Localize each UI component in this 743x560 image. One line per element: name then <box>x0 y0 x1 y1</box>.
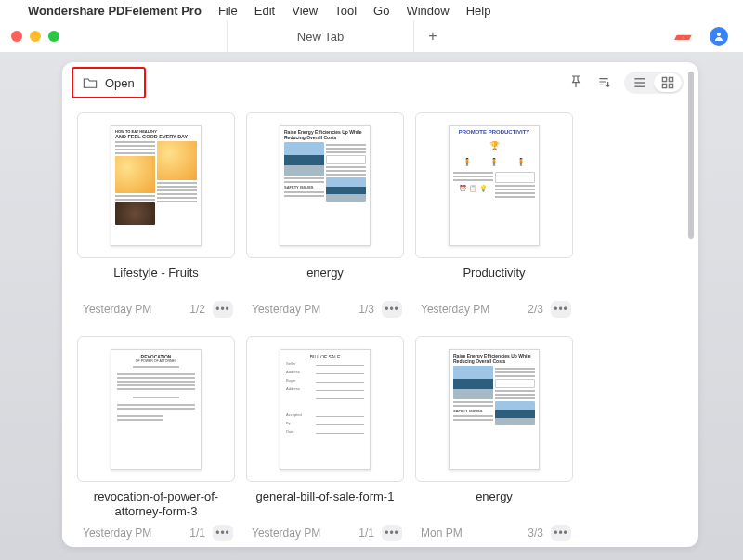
file-pages: 1/3 <box>358 303 374 316</box>
file-thumbnail[interactable]: Raise Energy Efficiencies Up While Reduc… <box>415 336 573 482</box>
file-date: Mon PM <box>421 527 463 540</box>
file-item[interactable]: Raise Energy Efficiencies Up While Reduc… <box>246 112 404 318</box>
minimize-window-icon[interactable] <box>30 31 41 42</box>
app-name[interactable]: Wondershare PDFelement Pro <box>28 4 202 18</box>
file-pages: 1/2 <box>189 303 205 316</box>
svg-rect-3 <box>662 84 666 87</box>
menu-edit[interactable]: Edit <box>254 4 275 18</box>
view-toggle <box>624 72 684 94</box>
svg-point-0 <box>717 33 721 36</box>
file-thumbnail[interactable]: PROMOTE PRODUCTIVITY 🏆 🧍🧍🧍 ⏰ 📋 💡 <box>415 112 573 258</box>
svg-rect-2 <box>669 77 672 81</box>
open-button[interactable]: Open <box>72 67 146 98</box>
file-title: Productivity <box>415 258 573 299</box>
file-item[interactable]: REVOCATION OF POWER OF ATTORNEY revocati… <box>77 336 235 541</box>
file-thumbnail[interactable]: REVOCATION OF POWER OF ATTORNEY <box>77 336 235 482</box>
home-topbar: Open <box>62 62 698 103</box>
menu-file[interactable]: File <box>218 4 238 18</box>
file-thumbnail[interactable]: BILL OF SALE Seller Address Buyer Addres… <box>246 336 404 482</box>
mac-menubar: Wondershare PDFelement Pro File Edit Vie… <box>0 0 743 20</box>
recent-files-grid: HOW TO EAT HEALTHY AND FEEL GOOD EVERY D… <box>62 103 698 556</box>
file-item[interactable]: HOW TO EAT HEALTHY AND FEEL GOOD EVERY D… <box>77 112 235 318</box>
window-titlebar: New Tab + ▰▰ <box>0 20 743 52</box>
tab-label: New Tab <box>297 30 344 44</box>
menu-tool[interactable]: Tool <box>334 4 357 18</box>
file-title: energy <box>246 258 404 299</box>
file-title: energy <box>415 482 573 523</box>
menu-view[interactable]: View <box>292 4 318 18</box>
list-view-button[interactable] <box>626 73 654 92</box>
file-date: Yesterday PM <box>83 303 151 316</box>
zoom-window-icon[interactable] <box>48 31 59 42</box>
menu-go[interactable]: Go <box>373 4 389 18</box>
file-item[interactable]: PROMOTE PRODUCTIVITY 🏆 🧍🧍🧍 ⏰ 📋 💡 Product… <box>415 112 573 318</box>
menu-window[interactable]: Window <box>406 4 449 18</box>
sort-icon[interactable] <box>596 74 611 92</box>
scrollbar[interactable] <box>688 72 694 239</box>
file-pages: 1/1 <box>189 527 205 540</box>
file-pages: 1/1 <box>358 527 374 540</box>
gift-icon[interactable]: ▰▰ <box>674 29 689 44</box>
tab-new[interactable]: New Tab <box>227 20 414 52</box>
close-window-icon[interactable] <box>11 31 22 42</box>
file-date: Yesterday PM <box>83 527 151 540</box>
svg-rect-4 <box>669 84 672 87</box>
more-icon[interactable]: ••• <box>213 525 233 541</box>
file-date: Yesterday PM <box>421 303 489 316</box>
file-title: Lifestyle - Fruits <box>77 258 235 299</box>
file-thumbnail[interactable]: HOW TO EAT HEALTHY AND FEEL GOOD EVERY D… <box>77 112 235 258</box>
file-item[interactable]: BILL OF SALE Seller Address Buyer Addres… <box>246 336 404 541</box>
open-button-label: Open <box>105 76 135 90</box>
file-pages: 2/3 <box>528 303 543 316</box>
grid-view-button[interactable] <box>654 73 682 92</box>
more-icon[interactable]: ••• <box>551 301 571 318</box>
file-item[interactable]: Raise Energy Efficiencies Up While Reduc… <box>415 336 573 541</box>
pin-icon[interactable] <box>568 74 583 92</box>
more-icon[interactable]: ••• <box>551 525 571 541</box>
menu-help[interactable]: Help <box>466 4 491 18</box>
account-avatar[interactable] <box>710 27 728 46</box>
file-title: general-bill-of-sale-form-1 <box>246 482 404 523</box>
more-icon[interactable]: ••• <box>382 525 402 541</box>
home-card: Open HOW TO EAT HEALTHY AND FEEL GOOD EV… <box>62 62 698 547</box>
file-thumbnail[interactable]: Raise Energy Efficiencies Up While Reduc… <box>246 112 404 258</box>
file-date: Yesterday PM <box>252 303 320 316</box>
svg-rect-1 <box>662 77 666 81</box>
file-pages: 3/3 <box>528 527 543 540</box>
file-date: Yesterday PM <box>252 527 320 540</box>
file-title: revocation-of-power-of-attorney-form-3 <box>77 482 235 523</box>
more-icon[interactable]: ••• <box>213 301 233 318</box>
add-tab-button[interactable]: + <box>414 28 451 45</box>
more-icon[interactable]: ••• <box>382 301 402 318</box>
